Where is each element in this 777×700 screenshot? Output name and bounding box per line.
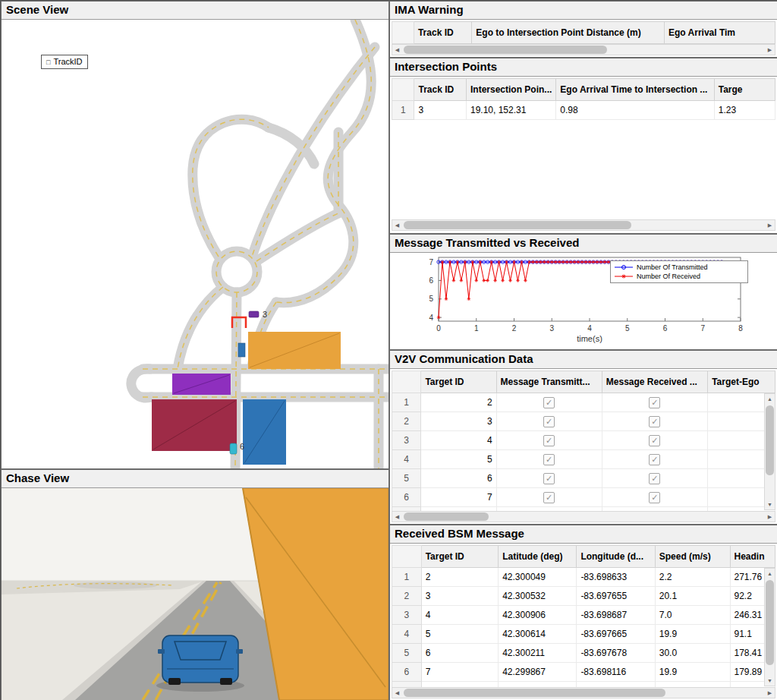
cell-target-id: 5 [421, 450, 496, 469]
scroll-up-icon[interactable]: ▲ [765, 394, 775, 404]
scrollbar-thumb[interactable] [404, 689, 665, 697]
message-chart-canvas: 4567012345678time(s) Number Of Transmitt… [390, 253, 777, 349]
car-body [162, 635, 238, 683]
intersection-points-panel: Intersection Points Track ID Intersectio… [389, 58, 777, 234]
row-number: 3 [392, 606, 422, 625]
trackid-marker-icon: □ [46, 58, 50, 66]
bsm-vertical-scrollbar[interactable]: ▲ ▼ [764, 568, 775, 686]
cell-speed: 19.9 [655, 663, 730, 682]
column-header-ego-distance: Ego to Intersection Point Distance (m) [472, 22, 665, 44]
checkbox-checked-icon[interactable]: ✓ [649, 416, 660, 427]
roundabout-island [226, 261, 247, 282]
ima-horizontal-scrollbar[interactable]: ◀ ▶ [392, 44, 775, 55]
cell-latitude: 42.300049 [499, 568, 577, 587]
scroll-right-icon[interactable]: ▶ [765, 45, 775, 55]
checkbox-checked-icon[interactable]: ✓ [543, 416, 555, 427]
bsm-horizontal-scrollbar[interactable]: ◀ ▶ [392, 687, 775, 698]
scroll-right-icon[interactable]: ▶ [765, 220, 775, 230]
road [131, 369, 152, 398]
checkbox-checked-icon[interactable]: ✓ [649, 473, 660, 484]
checkbox-checked-icon[interactable]: ✓ [649, 454, 660, 465]
bsm-title: Received BSM Message [390, 525, 777, 544]
cell-latitude: 42.300614 [499, 625, 577, 644]
v2v-communication-panel: V2V Communication Data Target ID Message… [389, 350, 777, 525]
checkbox-checked-icon[interactable]: ✓ [543, 473, 555, 484]
cell-target-id: 3 [421, 412, 496, 431]
svg-text:3: 3 [549, 324, 554, 333]
scrollbar-thumb[interactable] [766, 580, 774, 665]
scroll-down-icon[interactable]: ▼ [765, 676, 775, 686]
table-row: 6 7 42.299867 -83.698116 19.9 179.89 [392, 663, 775, 682]
v2v-vertical-scrollbar[interactable]: ▲ ▼ [764, 393, 775, 510]
column-header-msg-transmitted: Message Transmitt... [496, 371, 602, 393]
scrollbar-thumb[interactable] [404, 512, 489, 521]
checkbox-checked-icon[interactable]: ✓ [543, 492, 555, 503]
row-number: 1 [392, 393, 421, 412]
checkbox-checked-icon[interactable]: ✓ [543, 397, 555, 408]
column-header-ego-arrival-time: Ego Arrival Time to Intersection ... [556, 79, 714, 101]
scrollbar-thumb[interactable] [404, 46, 607, 54]
intersection-horizontal-scrollbar[interactable]: ◀ ▶ [392, 219, 775, 231]
cell-target-id: 6 [421, 644, 499, 663]
track-label-6: 6 [240, 442, 244, 451]
column-header-blank [392, 79, 414, 101]
cell-longitude: -83.698633 [577, 568, 655, 587]
checkbox-checked-icon[interactable]: ✓ [543, 454, 555, 465]
table-row: 4 5 ✓ ✓ [392, 450, 775, 469]
trackid-legend: □TrackID [41, 55, 88, 69]
cell-longitude: -83.697678 [577, 644, 655, 663]
transmitted-line-icon [614, 263, 634, 271]
cell-target: 1.23 [714, 101, 775, 120]
scene-view-canvas: 3 6 □TrackID [2, 20, 388, 468]
cell-latitude: 42.300532 [499, 587, 577, 606]
column-header-blank [392, 22, 414, 44]
scrollbar-thumb[interactable] [766, 405, 774, 475]
chase-scene [2, 488, 388, 700]
scroll-down-icon[interactable]: ▼ [765, 500, 775, 509]
table-row: 2 3 42.300532 -83.697655 20.1 92.2 [392, 587, 775, 606]
svg-text:2: 2 [512, 324, 517, 333]
scrollbar-thumb[interactable] [404, 221, 631, 229]
ima-warning-panel: IMA Warning Track ID Ego to Intersection… [389, 1, 777, 58]
column-header-speed: Speed (m/s) [655, 546, 730, 568]
cell-ego-arrival-time: 0.98 [556, 101, 714, 120]
scene-map: 3 6 [2, 20, 388, 468]
column-header-blank [392, 371, 421, 393]
column-header-track-id: Track ID [414, 22, 471, 44]
cell-speed: 2.2 [655, 568, 730, 587]
v2v-horizontal-scrollbar[interactable]: ◀ ▶ [392, 511, 775, 522]
checkbox-checked-icon[interactable]: ✓ [649, 435, 660, 446]
cell-speed: 30.0 [655, 644, 730, 663]
cell-target-id: 7 [421, 488, 496, 507]
message-chart-title: Message Transmitted vs Received [390, 235, 777, 253]
ego-vehicle [230, 443, 237, 454]
row-number: 2 [392, 587, 422, 606]
checkbox-checked-icon[interactable]: ✓ [649, 397, 660, 408]
scroll-right-icon[interactable]: ▶ [765, 688, 775, 698]
checkbox-checked-icon[interactable]: ✓ [649, 492, 660, 503]
scene-view-panel: Scene View [1, 1, 389, 469]
scroll-left-icon[interactable]: ◀ [392, 220, 402, 230]
cell-speed: 20.1 [655, 587, 730, 606]
cell-track-id: 3 [414, 101, 467, 120]
message-chart-panel: Message Transmitted vs Received 45670123… [389, 234, 777, 350]
svg-text:0: 0 [436, 324, 441, 333]
svg-text:7: 7 [700, 324, 705, 333]
scroll-left-icon[interactable]: ◀ [392, 688, 402, 698]
received-line-icon [614, 273, 634, 280]
scroll-up-icon[interactable]: ▲ [765, 569, 775, 579]
column-header-latitude: Latitude (deg) [499, 546, 577, 568]
column-header-target: Targe [714, 79, 775, 101]
v2v-table: Target ID Message Transmitt... Message R… [392, 370, 775, 522]
row-number: 2 [392, 412, 421, 431]
scroll-left-icon[interactable]: ◀ [392, 45, 402, 55]
cell-target-id: 6 [421, 469, 496, 488]
checkbox-checked-icon[interactable]: ✓ [543, 435, 555, 446]
app-window: Scene View [0, 0, 777, 700]
row-number: 6 [392, 488, 421, 507]
svg-text:5: 5 [625, 324, 630, 333]
scroll-left-icon[interactable]: ◀ [392, 512, 402, 522]
cell-target-id: 2 [421, 393, 496, 412]
scroll-right-icon[interactable]: ▶ [765, 512, 775, 522]
column-header-target-id: Target ID [421, 371, 496, 393]
